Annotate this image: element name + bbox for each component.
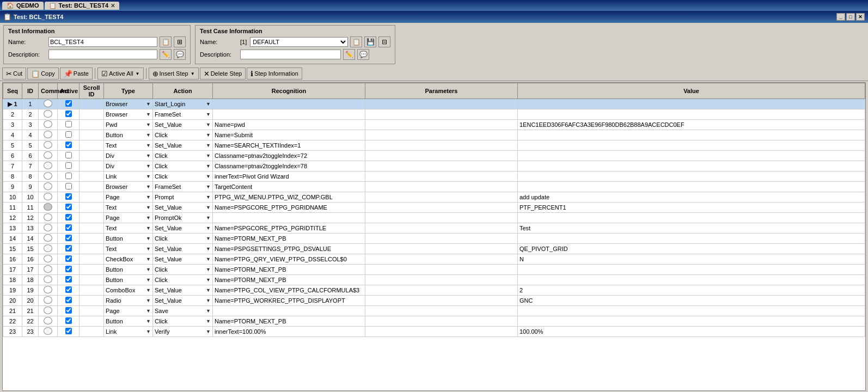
cell-type[interactable]: Button▼ — [104, 316, 153, 327]
type-dropdown-arrow[interactable]: ▼ — [146, 112, 151, 117]
action-dropdown-arrow[interactable]: ▼ — [206, 308, 211, 314]
cell-active[interactable] — [58, 306, 80, 316]
action-dropdown-arrow[interactable]: ▼ — [206, 256, 211, 262]
action-dropdown-arrow[interactable]: ▼ — [206, 329, 211, 334]
cell-action[interactable]: Set_Value▼ — [153, 203, 213, 213]
cell-type[interactable]: ComboBox▼ — [104, 285, 153, 296]
cell-comment[interactable] — [39, 109, 58, 120]
cell-type[interactable]: Pwd▼ — [104, 120, 153, 130]
cell-action[interactable]: Click▼ — [153, 316, 213, 327]
comment-bubble[interactable] — [44, 110, 52, 118]
action-dropdown-arrow[interactable]: ▼ — [206, 163, 211, 169]
delete-step-button[interactable]: ✕ Delete Step — [200, 68, 246, 79]
cell-active[interactable] — [58, 265, 80, 275]
cell-active[interactable] — [58, 244, 80, 254]
cell-action[interactable]: Click▼ — [153, 171, 213, 182]
cell-action[interactable]: Set_Value▼ — [153, 285, 213, 296]
active-checkbox[interactable] — [65, 224, 72, 231]
type-dropdown-arrow[interactable]: ▼ — [146, 298, 151, 303]
active-checkbox[interactable] — [65, 266, 72, 272]
cell-comment[interactable] — [39, 203, 58, 213]
type-dropdown-arrow[interactable]: ▼ — [146, 132, 151, 138]
type-dropdown-arrow[interactable]: ▼ — [146, 256, 151, 262]
cell-comment[interactable] — [39, 182, 58, 192]
test-name-input[interactable] — [48, 37, 157, 47]
test-case-grid-icon[interactable]: ⊟ — [378, 36, 390, 47]
cell-type[interactable]: Text▼ — [104, 223, 153, 234]
cell-active[interactable] — [58, 140, 80, 151]
cell-comment[interactable] — [39, 161, 58, 171]
comment-bubble[interactable] — [44, 151, 52, 159]
cell-action[interactable]: Click▼ — [153, 275, 213, 285]
comment-bubble[interactable] — [44, 203, 52, 211]
action-dropdown-arrow[interactable]: ▼ — [206, 236, 211, 241]
comment-bubble[interactable] — [44, 162, 52, 169]
active-checkbox[interactable] — [65, 183, 72, 189]
cell-action[interactable]: Prompt▼ — [153, 192, 213, 203]
action-dropdown-arrow[interactable]: ▼ — [206, 318, 211, 324]
type-dropdown-arrow[interactable]: ▼ — [146, 205, 151, 210]
cell-type[interactable]: Radio▼ — [104, 296, 153, 306]
type-dropdown-arrow[interactable]: ▼ — [146, 122, 151, 127]
tab-qedmo[interactable]: 🏠 QEDMO — [2, 2, 44, 10]
steps-table-container[interactable]: Seq ID Comment Active Scroll ID Type Act… — [2, 82, 866, 391]
active-all-button[interactable]: ☑ Active All ▼ — [97, 68, 144, 79]
cell-type[interactable]: Link▼ — [104, 171, 153, 182]
cell-action[interactable]: Start_Login▼ — [153, 99, 213, 109]
cell-type[interactable]: Div▼ — [104, 161, 153, 171]
cell-active[interactable] — [58, 171, 80, 182]
cell-active[interactable] — [58, 130, 80, 140]
test-case-copy-icon[interactable]: 📋 — [350, 36, 362, 47]
cell-type[interactable]: Browser▼ — [104, 182, 153, 192]
tab-close-icon[interactable]: ✕ — [111, 3, 115, 9]
tab-test[interactable]: 📋 Test: BCL_TEST4 ✕ — [45, 2, 119, 10]
type-dropdown-arrow[interactable]: ▼ — [146, 153, 151, 158]
cell-action[interactable]: FrameSet▼ — [153, 182, 213, 192]
comment-bubble[interactable] — [44, 141, 52, 149]
cell-type[interactable]: Page▼ — [104, 213, 153, 223]
action-dropdown-arrow[interactable]: ▼ — [206, 267, 211, 272]
active-checkbox[interactable] — [65, 235, 72, 241]
action-dropdown-arrow[interactable]: ▼ — [206, 153, 211, 158]
cell-action[interactable]: Click▼ — [153, 265, 213, 275]
cell-comment[interactable] — [39, 316, 58, 327]
cell-comment[interactable] — [39, 130, 58, 140]
test-case-clear-icon[interactable]: ✏️ — [343, 49, 355, 60]
action-dropdown-arrow[interactable]: ▼ — [206, 194, 211, 200]
cell-type[interactable]: Text▼ — [104, 203, 153, 213]
action-dropdown-arrow[interactable]: ▼ — [206, 246, 211, 252]
cell-type[interactable]: Text▼ — [104, 140, 153, 151]
cell-comment[interactable] — [39, 306, 58, 316]
cell-action[interactable]: Verify▼ — [153, 327, 213, 337]
cell-action[interactable]: Set_Value▼ — [153, 223, 213, 234]
active-checkbox[interactable] — [65, 317, 72, 324]
active-checkbox[interactable] — [65, 121, 72, 127]
cell-active[interactable] — [58, 213, 80, 223]
action-dropdown-arrow[interactable]: ▼ — [206, 205, 211, 210]
test-case-description-input[interactable] — [240, 50, 341, 59]
cell-type[interactable]: Link▼ — [104, 327, 153, 337]
paste-button[interactable]: 📌 Paste — [60, 68, 93, 79]
comment-bubble[interactable] — [44, 317, 52, 324]
comment-bubble[interactable] — [44, 255, 52, 262]
active-checkbox[interactable] — [65, 162, 72, 169]
cell-action[interactable]: Click▼ — [153, 234, 213, 244]
type-dropdown-arrow[interactable]: ▼ — [146, 236, 151, 241]
test-grid-icon[interactable]: ⊞ — [174, 36, 186, 47]
test-comment-icon[interactable]: 💬 — [174, 49, 186, 60]
cell-comment[interactable] — [39, 254, 58, 265]
comment-bubble[interactable] — [44, 193, 52, 200]
active-checkbox[interactable] — [65, 204, 72, 210]
cell-comment[interactable] — [39, 151, 58, 161]
cell-type[interactable]: Browser▼ — [104, 109, 153, 120]
comment-bubble[interactable] — [44, 286, 52, 293]
action-dropdown-arrow[interactable]: ▼ — [206, 287, 211, 293]
comment-bubble[interactable] — [44, 265, 52, 273]
cell-action[interactable]: PromptOk▼ — [153, 213, 213, 223]
cell-comment[interactable] — [39, 265, 58, 275]
cell-comment[interactable] — [39, 244, 58, 254]
cell-active[interactable] — [58, 275, 80, 285]
cell-type[interactable]: Text▼ — [104, 244, 153, 254]
comment-bubble[interactable] — [44, 307, 52, 314]
cell-active[interactable] — [58, 203, 80, 213]
